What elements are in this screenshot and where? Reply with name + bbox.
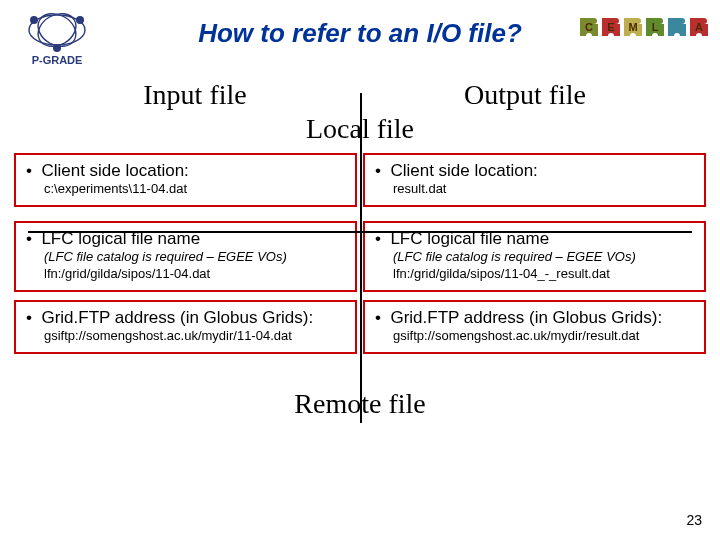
puzzle-piece: E [600, 14, 622, 40]
puzzle-piece [666, 14, 688, 40]
input-header: Input file [30, 79, 360, 111]
cell-right: • Grid.FTP address (in Globus Grids): gs… [363, 300, 706, 354]
output-header: Output file [360, 79, 690, 111]
bullet-sub: c:\experiments\11-04.dat [26, 181, 347, 197]
pgrade-logo: P-GRADE [14, 8, 100, 70]
bullet-head: • Grid.FTP address (in Globus Grids): [26, 308, 347, 328]
puzzle-piece: M [622, 14, 644, 40]
cell-right: • Client side location: result.dat [363, 153, 706, 207]
bullet-sub: (LFC file catalog is required – EGEE VOs… [375, 249, 696, 282]
bullet-head: • Client side location: [375, 161, 696, 181]
bullet-sub: gsiftp://somengshost.ac.uk/mydir/11-04.d… [26, 328, 347, 344]
pgrade-logo-label: P-GRADE [32, 54, 83, 66]
bullet-head: • Client side location: [26, 161, 347, 181]
puzzle-piece: L [644, 14, 666, 40]
vertical-divider [360, 93, 362, 423]
bullet-sub: (LFC file catalog is required – EGEE VOs… [26, 249, 347, 282]
content-grid: • Client side location: c:\experiments\1… [14, 153, 706, 354]
puzzle-logo: CEMLA [578, 14, 710, 40]
svg-point-4 [76, 16, 84, 24]
cell-left: • Grid.FTP address (in Globus Grids): gs… [14, 300, 357, 354]
bullet-sub: result.dat [375, 181, 696, 197]
horizontal-divider [28, 231, 692, 233]
bullet-sub: gsiftp://somengshost.ac.uk/mydir/result.… [375, 328, 696, 344]
puzzle-piece: C [578, 14, 600, 40]
svg-point-5 [53, 44, 61, 52]
svg-point-3 [30, 16, 38, 24]
puzzle-piece: A [688, 14, 710, 40]
bullet-head: • Grid.FTP address (in Globus Grids): [375, 308, 696, 328]
cell-left: • Client side location: c:\experiments\1… [14, 153, 357, 207]
page-number: 23 [686, 512, 702, 528]
